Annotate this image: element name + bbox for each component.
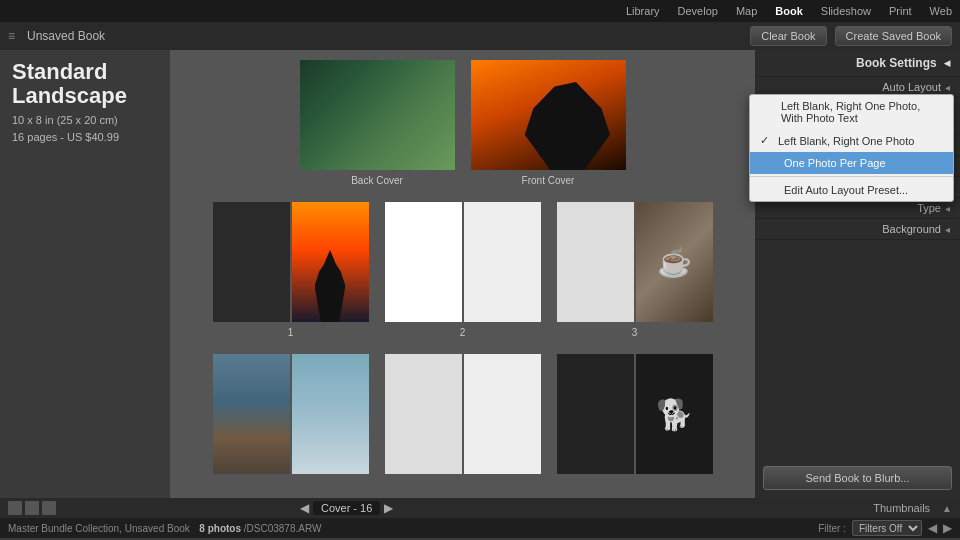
- dropdown-item-3-label: One Photo Per Page: [784, 157, 886, 169]
- status-right: Filter : Filters Off ◀ ▶: [818, 520, 952, 536]
- toolbar-title: Unsaved Book: [27, 29, 105, 43]
- dropdown-item-4-label: Edit Auto Layout Preset...: [784, 184, 908, 196]
- filter-label: Filter :: [818, 523, 846, 534]
- filter-select[interactable]: Filters Off: [852, 520, 922, 536]
- nav-develop[interactable]: Develop: [678, 5, 718, 17]
- status-photos-count: 8 photos: [199, 523, 241, 534]
- top-nav: Library Develop Map Book Slideshow Print…: [0, 0, 960, 22]
- background-section[interactable]: Background ◂: [755, 219, 960, 240]
- create-saved-book-button[interactable]: Create Saved Book: [835, 26, 952, 46]
- page-3-right[interactable]: [636, 202, 713, 322]
- auto-layout-arrow: ◂: [945, 82, 950, 93]
- page-2-left[interactable]: [385, 202, 462, 322]
- page-4-spread: [213, 354, 369, 474]
- filmstrip-thumbnails-label: Thumbnails: [873, 502, 930, 514]
- left-info-panel: Standard Landscape 10 x 8 in (25 x 20 cm…: [0, 50, 170, 498]
- clear-book-button[interactable]: Clear Book: [750, 26, 826, 46]
- front-cover-label: Front Cover: [522, 175, 575, 186]
- page-1-photo: [292, 202, 369, 322]
- page-6-right[interactable]: [636, 354, 713, 474]
- auto-layout-label: Auto Layout: [765, 81, 941, 93]
- front-cover-page[interactable]: [471, 60, 626, 170]
- dropdown-item-4[interactable]: Edit Auto Layout Preset...: [750, 179, 953, 201]
- page-3-spread: 3: [557, 202, 713, 338]
- page-6-spread: [557, 354, 713, 474]
- page-6-photo: [636, 354, 713, 474]
- back-cover-photo: [300, 60, 455, 170]
- nav-slideshow[interactable]: Slideshow: [821, 5, 871, 17]
- filmstrip-nav: ◀ Cover - 16 ▶: [300, 501, 393, 515]
- filter-arrow-left[interactable]: ◀: [928, 521, 937, 535]
- page-3-left[interactable]: [557, 202, 634, 322]
- toolbar: ≡ Unsaved Book Clear Book Create Saved B…: [0, 22, 960, 50]
- dropdown-item-3[interactable]: One Photo Per Page: [750, 152, 953, 174]
- loupe-view-icon[interactable]: [25, 501, 39, 515]
- nav-library[interactable]: Library: [626, 5, 660, 17]
- filmstrip-nav-label: Cover - 16: [313, 501, 380, 515]
- filmstrip-view-icons: [8, 501, 56, 515]
- page-3-photo: [636, 202, 713, 322]
- page-2-spread: 2: [385, 202, 541, 338]
- cover-row: Back Cover Front Cover: [180, 60, 745, 186]
- page-6-left[interactable]: [557, 354, 634, 474]
- page-1-right[interactable]: [292, 202, 369, 322]
- page-2-right[interactable]: [464, 202, 541, 322]
- grid-view-icon[interactable]: [8, 501, 22, 515]
- interior-row-2: [180, 354, 745, 474]
- nav-book[interactable]: Book: [775, 5, 803, 17]
- page-2-label: 2: [460, 327, 466, 338]
- nav-web[interactable]: Web: [930, 5, 952, 17]
- nav-map[interactable]: Map: [736, 5, 757, 17]
- book-settings-arrow: ◂: [944, 56, 950, 70]
- nav-print[interactable]: Print: [889, 5, 912, 17]
- dropdown-item-1-label: Left Blank, Right One Photo, With Photo …: [781, 100, 943, 124]
- page-1-label: 1: [288, 327, 294, 338]
- book-title: Standard Landscape: [12, 60, 158, 108]
- canvas-area: Back Cover Front Cover: [170, 50, 755, 498]
- page-5-right[interactable]: [464, 354, 541, 474]
- page-5-spread: [385, 354, 541, 474]
- pages-grid: Back Cover Front Cover: [180, 60, 745, 474]
- dropdown-item-1[interactable]: Left Blank, Right One Photo, With Photo …: [750, 95, 953, 129]
- page-5-left[interactable]: [385, 354, 462, 474]
- status-collection: Master Bundle Collection, Unsaved Book: [8, 523, 190, 534]
- filmstrip-bar: ◀ Cover - 16 ▶ Thumbnails ▲: [0, 498, 960, 518]
- back-cover-label: Back Cover: [351, 175, 403, 186]
- filmstrip-next-button[interactable]: ▶: [384, 501, 393, 515]
- right-panel-header: Book Settings ◂: [755, 50, 960, 77]
- filmstrip-expand-icon[interactable]: ▲: [942, 503, 952, 514]
- dropdown-separator: [750, 176, 953, 177]
- front-cover-spread: Front Cover: [471, 60, 626, 186]
- type-label: Type: [765, 202, 941, 214]
- page-1-spread: 1: [213, 202, 369, 338]
- status-bar: Master Bundle Collection, Unsaved Book 8…: [0, 518, 960, 538]
- book-size: 10 x 8 in (25 x 20 cm): [12, 112, 158, 129]
- book-subtitle: 10 x 8 in (25 x 20 cm) 16 pages - US $40…: [12, 112, 158, 145]
- page-4-left[interactable]: [213, 354, 290, 474]
- dropdown-item-2[interactable]: Left Blank, Right One Photo: [750, 129, 953, 152]
- background-label: Background: [765, 223, 941, 235]
- filter-arrow-right[interactable]: ▶: [943, 521, 952, 535]
- filmstrip-prev-button[interactable]: ◀: [300, 501, 309, 515]
- back-cover-page[interactable]: [300, 60, 455, 170]
- interior-row-1: 1 2: [180, 202, 745, 338]
- page-4-photo-right: [292, 354, 369, 474]
- dropdown-item-2-label: Left Blank, Right One Photo: [778, 135, 914, 147]
- page-4-right[interactable]: [292, 354, 369, 474]
- back-cover-spread: Back Cover: [300, 60, 455, 186]
- status-filename: /DSC03878.ARW: [244, 523, 322, 534]
- book-price: 16 pages - US $40.99: [12, 129, 158, 146]
- page-4-photo-left: [213, 354, 290, 474]
- send-blurb-button[interactable]: Send Book to Blurb...: [763, 466, 952, 490]
- page-3-label: 3: [632, 327, 638, 338]
- send-blurb-section: Send Book to Blurb...: [763, 466, 952, 490]
- preset-dropdown-menu: Left Blank, Right One Photo, With Photo …: [749, 94, 954, 202]
- front-cover-photo: [471, 60, 626, 170]
- status-photos: 8 photos /DSC03878.ARW: [194, 523, 322, 534]
- compare-view-icon[interactable]: [42, 501, 56, 515]
- status-collection-text: Master Bundle Collection, Unsaved Book: [8, 523, 190, 534]
- page-1-left[interactable]: [213, 202, 290, 322]
- book-settings-label: Book Settings: [856, 56, 937, 70]
